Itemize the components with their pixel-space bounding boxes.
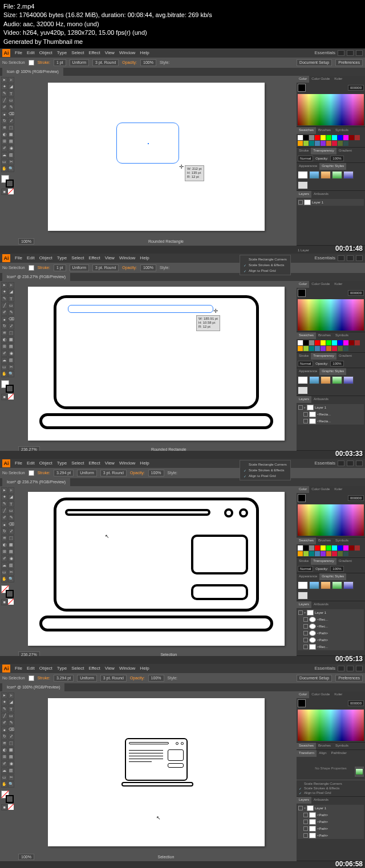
menu-edit[interactable]: Edit bbox=[27, 255, 35, 260]
graph-tool[interactable]: ▥ bbox=[8, 357, 14, 364]
pen-tool[interactable]: ✎ bbox=[1, 501, 7, 507]
symbols-tab[interactable]: Symbols bbox=[333, 127, 351, 134]
menu-file[interactable]: File bbox=[15, 461, 22, 466]
ctx-effects[interactable]: ✓Scale Strokes & Effects bbox=[240, 467, 290, 473]
blend-mode[interactable]: Normal bbox=[298, 156, 313, 161]
blend-tool[interactable]: ◉ bbox=[8, 351, 14, 357]
appearance-tab[interactable]: Appearance bbox=[297, 573, 319, 580]
swatch[interactable] bbox=[321, 141, 326, 146]
maximize-button[interactable] bbox=[347, 461, 354, 466]
swatch[interactable] bbox=[315, 545, 320, 551]
free-transform-tool[interactable]: ⬚ bbox=[8, 330, 14, 336]
artboard-tool[interactable]: ▭ bbox=[1, 775, 7, 781]
stroke-profile[interactable]: Uniform bbox=[70, 264, 90, 271]
swatch[interactable] bbox=[321, 551, 326, 556]
menu-type[interactable]: Type bbox=[57, 666, 67, 671]
menu-object[interactable]: Object bbox=[39, 666, 52, 671]
ctx-pixel[interactable]: ✓Align to Pixel Grid bbox=[240, 268, 290, 274]
zoom-tool[interactable]: 🔍 bbox=[8, 781, 14, 788]
color-mode[interactable]: ■ bbox=[1, 599, 7, 605]
fill-stroke-indicator[interactable] bbox=[1, 380, 14, 393]
menu-window[interactable]: Window bbox=[119, 461, 135, 466]
free-transform-tool[interactable]: ⬚ bbox=[8, 535, 14, 541]
visibility-toggle[interactable] bbox=[303, 645, 308, 649]
menu-file[interactable]: File bbox=[15, 666, 22, 671]
blob-tool[interactable]: ● bbox=[1, 111, 7, 117]
swatch[interactable] bbox=[326, 545, 331, 551]
opacity-label[interactable]: Opacity: bbox=[122, 266, 137, 270]
swatch[interactable] bbox=[326, 346, 331, 351]
brush-tool[interactable]: ✐ bbox=[1, 309, 7, 316]
layers-tab[interactable]: Layers bbox=[297, 797, 311, 804]
brush-tool[interactable]: ✐ bbox=[1, 515, 7, 521]
swatch[interactable] bbox=[332, 135, 337, 140]
colorguide-tab[interactable]: Color Guide bbox=[309, 76, 332, 83]
swatch[interactable] bbox=[338, 551, 343, 556]
swatch[interactable] bbox=[326, 141, 331, 146]
style-thumb[interactable] bbox=[321, 581, 331, 589]
style-thumb[interactable] bbox=[298, 376, 308, 384]
swatch[interactable] bbox=[315, 551, 320, 556]
opacity-label[interactable]: Opacity: bbox=[130, 676, 145, 680]
visibility-toggle[interactable] bbox=[298, 405, 303, 410]
color-panel-tab[interactable]: Color bbox=[297, 76, 309, 83]
visibility-toggle[interactable] bbox=[303, 412, 308, 417]
pencil-tool[interactable]: ✎ bbox=[8, 309, 14, 316]
rotate-tool[interactable]: ↻ bbox=[1, 323, 7, 329]
swatch[interactable] bbox=[298, 141, 303, 146]
maximize-button[interactable] bbox=[347, 666, 354, 671]
context-menu[interactable]: Scale Rectangle Corners ✓Scale Strokes &… bbox=[240, 460, 291, 480]
sublayer-row[interactable]: <Recta... bbox=[298, 418, 364, 425]
sublayer-row[interactable]: <Rec... bbox=[298, 623, 364, 630]
swatch[interactable] bbox=[298, 346, 303, 351]
hex-input[interactable]: 000000 bbox=[348, 290, 364, 296]
minimize-button[interactable] bbox=[338, 50, 344, 56]
brush-def[interactable]: 3 pt. Round bbox=[92, 264, 119, 271]
rotate-tool[interactable]: ↻ bbox=[1, 733, 7, 740]
direct-selection-tool[interactable]: ▹ bbox=[8, 282, 14, 288]
eyedropper-tool[interactable]: ✐ bbox=[1, 556, 7, 562]
shape-builder-tool[interactable]: ◐ bbox=[1, 542, 7, 548]
visibility-toggle[interactable] bbox=[298, 200, 303, 205]
visibility-toggle[interactable] bbox=[303, 826, 308, 831]
swatch[interactable] bbox=[298, 545, 303, 551]
collapsed-panel-icon[interactable] bbox=[355, 767, 364, 777]
menu-select[interactable]: Select bbox=[71, 50, 84, 55]
opacity-val[interactable]: 100% bbox=[330, 566, 343, 572]
document-tab[interactable]: Icon @ 100% (RGB/Preview) bbox=[2, 68, 63, 76]
style-thumb[interactable] bbox=[343, 581, 354, 589]
maximize-button[interactable] bbox=[347, 50, 354, 56]
swatch[interactable] bbox=[332, 551, 337, 556]
lasso-tool[interactable]: ◢ bbox=[8, 84, 14, 90]
shape-builder-tool[interactable]: ◐ bbox=[1, 132, 7, 138]
color-spectrum[interactable] bbox=[298, 299, 364, 331]
swatch[interactable] bbox=[343, 545, 348, 551]
menu-object[interactable]: Object bbox=[39, 255, 52, 260]
ctx-effects[interactable]: ✓Scale Strokes & Effects bbox=[299, 786, 363, 790]
visibility-toggle[interactable] bbox=[303, 813, 308, 817]
lasso-tool[interactable]: ◢ bbox=[8, 289, 14, 295]
opacity-value[interactable]: 100% bbox=[148, 675, 164, 682]
none-mode[interactable] bbox=[8, 394, 14, 400]
swatch[interactable] bbox=[303, 340, 309, 345]
slice-tool[interactable]: ✂ bbox=[8, 569, 14, 576]
layer-name[interactable]: Layer 1 bbox=[315, 806, 326, 810]
graphic-styles-tab[interactable]: Graphic Styles bbox=[319, 163, 346, 170]
swatches-tab[interactable]: Swatches bbox=[297, 743, 316, 749]
width-tool[interactable]: ≋ bbox=[1, 125, 7, 131]
swatch[interactable] bbox=[303, 346, 309, 351]
menu-file[interactable]: File bbox=[15, 255, 22, 260]
gradient-tool[interactable]: ▤ bbox=[8, 138, 14, 145]
visibility-toggle[interactable] bbox=[303, 624, 308, 629]
fill-swatch[interactable] bbox=[298, 494, 306, 502]
scale-tool[interactable]: ⤢ bbox=[8, 323, 14, 329]
rectangle-tool[interactable]: ▭ bbox=[8, 713, 14, 719]
visibility-toggle[interactable] bbox=[303, 631, 308, 635]
swatch[interactable] bbox=[303, 545, 309, 551]
doc-setup-button[interactable]: Document Setup bbox=[297, 59, 332, 66]
stroke-weight[interactable]: 3.294 pt bbox=[54, 470, 74, 476]
swatch[interactable] bbox=[343, 551, 348, 556]
rectangle-tool[interactable]: ▭ bbox=[8, 508, 14, 514]
stroke-label[interactable]: Stroke: bbox=[38, 266, 50, 270]
menu-select[interactable]: Select bbox=[71, 255, 84, 260]
